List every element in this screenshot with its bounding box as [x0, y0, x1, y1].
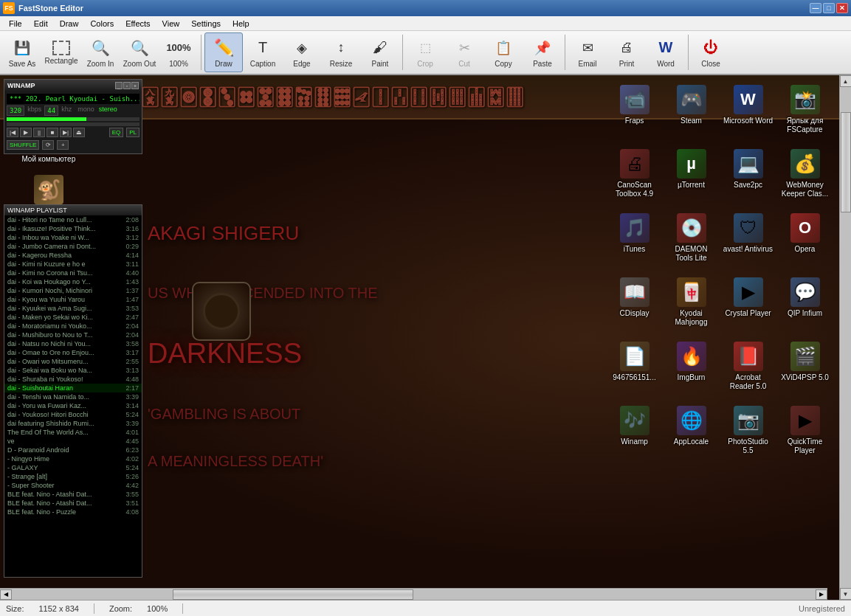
canvas-area[interactable]: 🀇🀈🀉🀊🀋🀌🀍🀎🀏🀙🀚🀛🀜🀝🀞🀟🀠🀡🀐🀑🀒🀓🀔🀕🀖🀗🀘 AKAGI SHIGER… [0, 75, 839, 600]
playlist-item[interactable]: dai - Kyuukei wa Ama Sugi...3:53 [4, 304, 142, 313]
desktop-icon-avast[interactable]: 🛡 avast! Antivirus [720, 210, 776, 272]
edge-button[interactable]: ◈ Edge [283, 32, 321, 72]
menu-edit[interactable]: Edit [28, 18, 54, 30]
playlist-item[interactable]: BLE feat. Nino - Atashi Dat...3:55 [4, 490, 142, 499]
playlist-item[interactable]: - Ningyo Hime4:02 [4, 454, 142, 463]
desktop-icon-qip[interactable]: 💬 QIP Infium [777, 274, 833, 336]
winamp-pause-button[interactable]: || [33, 128, 45, 137]
playlist-item[interactable]: dai - Omae to Ore no Enjou...3:17 [4, 348, 142, 357]
desktop-icon-applocale[interactable]: 🌐 AppLocale [664, 402, 719, 465]
desktop-icon-utorrent[interactable]: µ µTorrent [664, 145, 719, 208]
desktop-icon-winamp[interactable]: 🎶 Winamp [607, 402, 662, 465]
playlist-item[interactable]: dai - Shuraba ni Youkoso!4:48 [4, 375, 142, 384]
scroll-right-arrow[interactable]: ▶ [816, 589, 827, 600]
playlist-item[interactable]: The End Of The World As...4:01 [4, 428, 142, 437]
winamp-prev-button[interactable]: |◀ [7, 128, 18, 137]
menu-view[interactable]: View [156, 18, 186, 30]
desktop-icon-itunes[interactable]: 🎵 iTunes [607, 210, 662, 272]
playlist-item[interactable]: D - Paranoid Android6:23 [4, 446, 142, 454]
close-window-button[interactable]: ✕ [836, 3, 848, 13]
menu-file[interactable]: File [3, 18, 28, 30]
winamp-shade[interactable]: ▫ [123, 82, 131, 89]
winamp-pl-button[interactable]: PL [126, 128, 139, 137]
scroll-thumb[interactable] [841, 112, 851, 212]
desktop-icon-xvid[interactable]: 🎬 XViD4PSP 5.0 [777, 338, 833, 401]
menu-colors[interactable]: Colors [84, 18, 120, 30]
winamp-repeat-button[interactable]: ⟳ [42, 140, 54, 150]
paste-button[interactable]: 📌 Paste [523, 32, 562, 72]
winamp-next-button[interactable]: ▶| [60, 128, 72, 137]
winamp-volume-bar[interactable] [7, 122, 139, 126]
zoom-out-button[interactable]: 🔍 Zoom Out [120, 32, 159, 72]
resize-button[interactable]: ↕ Resize [322, 32, 360, 72]
menu-effects[interactable]: Effects [120, 18, 156, 30]
playlist-item[interactable]: dai - Kimi ni Kuzure e ho e3:11 [4, 260, 142, 269]
playlist-item[interactable]: dai featuring Shishido Rumi...3:39 [4, 419, 142, 428]
playlist-item[interactable]: dai - Jumbo Camera ni Dont...0:29 [4, 242, 142, 251]
right-scrollbar[interactable]: ▲ ▼ [839, 75, 851, 600]
desktop-icon-kyodai[interactable]: 🀄 Kyodai Mahjongg [664, 274, 719, 336]
winamp-playlist-title[interactable]: WINAMP PLAYLIST [4, 205, 142, 215]
zoom-in-button[interactable]: 🔍 Zoom In [81, 32, 120, 72]
desktop-icon-steam[interactable]: 🎮 Steam [664, 81, 719, 144]
playlist-item[interactable]: dai - Youkoso! Hitori Bocchi5:24 [4, 410, 142, 419]
desktop-icon-cdisplay[interactable]: 📖 CDisplay [607, 274, 662, 336]
playlist-item[interactable]: dai - Kagerou Ressha4:14 [4, 251, 142, 260]
winamp-play-button[interactable]: ▶ [20, 128, 32, 137]
minimize-button[interactable]: — [810, 3, 821, 13]
playlist-item[interactable]: dai - Sekai wa Boku wo Na...3:13 [4, 366, 142, 375]
save-as-button[interactable]: 💾 Save As [3, 32, 41, 72]
rectangle-button[interactable]: Rectangle [42, 32, 80, 72]
playlist-item[interactable]: dai - Owari wo Mitsumeru...2:55 [4, 357, 142, 366]
playlist-item[interactable]: dai - Ikasuze! Positive Think...3:16 [4, 224, 142, 233]
playlist-item[interactable]: dai - Moratoriamu ni Youko...2:04 [4, 322, 142, 331]
desktop-icon-daemon[interactable]: 💿 DAEMON Tools Lite [664, 210, 719, 272]
desktop-icon-fraps[interactable]: 📹 Fraps [607, 81, 662, 144]
scroll-left-arrow[interactable]: ◀ [0, 589, 12, 600]
copy-button[interactable]: 📋 Copy [484, 32, 523, 72]
playlist-item[interactable]: dai - Maken yo Sekai wo Ki...2:47 [4, 313, 142, 322]
print-button[interactable]: 🖨 Print [607, 32, 646, 72]
desktop-icon-cano[interactable]: 🖨 CanoScan Toolbox 4.9 [607, 145, 662, 208]
playlist-item[interactable]: dai - Tenshi wa Namida to...3:39 [4, 392, 142, 401]
playlist-item[interactable]: dai - Kyou wa Yuuhi Yarou1:47 [4, 295, 142, 304]
winamp-plus-button[interactable]: + [57, 140, 69, 150]
playlist-item[interactable]: dai - Kumori Nochi, Michinori1:37 [4, 286, 142, 295]
menu-settings[interactable]: Settings [185, 18, 227, 30]
desktop-icon-msword[interactable]: W Microsoft Word [720, 81, 776, 144]
playlist-item[interactable]: dai - Yoru wa Fuwari Kaz...3:14 [4, 401, 142, 410]
winamp-shuffle-button[interactable]: SHUFFLE [7, 140, 39, 150]
desktop-icon-webmoney[interactable]: 💰 WebMoney Keeper Clas... [777, 145, 833, 208]
playlist-item[interactable]: - Strange [alt]5:26 [4, 472, 142, 481]
winamp-playlist-body[interactable]: dai - Hitori no Tame no Lull...2:08dai -… [4, 215, 142, 577]
scroll-down-arrow[interactable]: ▼ [840, 588, 852, 600]
email-button[interactable]: ✉ Email [568, 32, 607, 72]
winamp-minimize[interactable]: _ [115, 82, 123, 89]
winamp-eq-button[interactable]: EQ [109, 128, 124, 137]
menu-draw[interactable]: Draw [54, 18, 85, 30]
playlist-item[interactable]: - Super Shooter4:42 [4, 481, 142, 490]
desktop-icon-save2pc[interactable]: 💻 Save2pc [720, 145, 776, 208]
desktop-icon-acrobat[interactable]: 📕 Acrobat Reader 5.0 [720, 338, 776, 401]
playlist-item[interactable]: BLE feat. Nino - Puzzle4:08 [4, 508, 142, 516]
desktop-icon-photostudio[interactable]: 📷 PhotoStudio 5.5 [720, 402, 776, 465]
word-button[interactable]: W Word [647, 32, 685, 72]
draw-button[interactable]: ✏️ Draw [204, 32, 243, 72]
maximize-button[interactable]: □ [823, 3, 835, 13]
playlist-item[interactable]: ve4:45 [4, 437, 142, 446]
desktop-icon-946[interactable]: 📄 946756151... [607, 338, 662, 401]
playlist-item[interactable]: dai - Koi wa Houkago no Y...1:43 [4, 277, 142, 286]
playlist-item[interactable]: dai - Hitori no Tame no Lull...2:08 [4, 215, 142, 224]
desktop-icon-quicktime[interactable]: ▶ QuickTime Player [777, 402, 833, 465]
winamp-title-bar[interactable]: WINAMP _ ▫ × [4, 80, 142, 91]
playlist-item[interactable]: dai - Inbou wa Yoake ni W...3:12 [4, 233, 142, 242]
desktop-icon-arlyk[interactable]: 📸 Ярлык для FSCapture [777, 81, 833, 144]
menu-help[interactable]: Help [227, 18, 255, 30]
playlist-item[interactable]: dai - Mushiburo to Nou to T...2:04 [4, 331, 142, 339]
100pct-button[interactable]: 100% 100% [159, 32, 198, 72]
winamp-close[interactable]: × [131, 82, 139, 89]
playlist-item[interactable]: - GALAXY5:24 [4, 463, 142, 472]
playlist-item[interactable]: BLE feat. Nino - Atashi Dat...3:51 [4, 499, 142, 508]
playlist-item[interactable]: dai - Natsu no Nichi ni You...3:58 [4, 339, 142, 348]
winamp-seek-bar[interactable] [7, 117, 139, 121]
